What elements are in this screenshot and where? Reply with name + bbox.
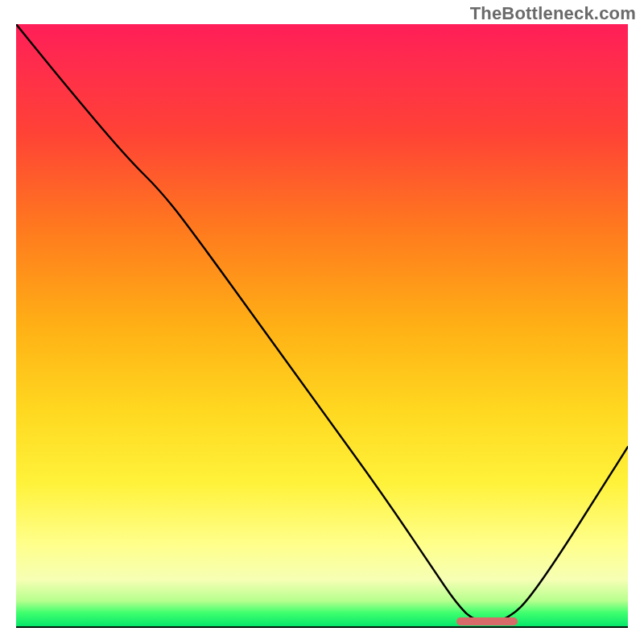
chart-canvas: TheBottleneck.com <box>0 0 644 644</box>
baseline <box>16 626 628 628</box>
plot-area <box>16 24 628 628</box>
bottleneck-curve <box>16 24 628 622</box>
curve-layer <box>16 24 628 628</box>
optimal-range-marker <box>456 617 518 625</box>
watermark-text: TheBottleneck.com <box>470 3 636 24</box>
